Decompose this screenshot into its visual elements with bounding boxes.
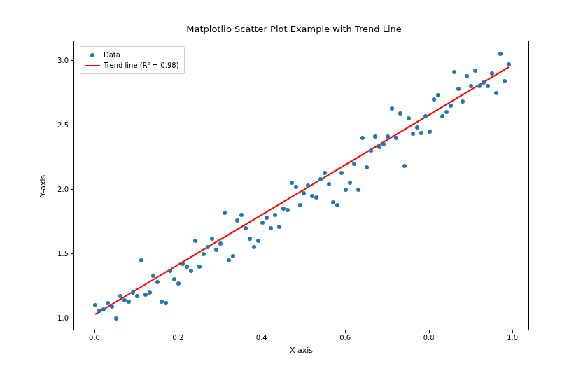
data-point — [118, 294, 122, 298]
data-point — [131, 290, 135, 295]
data-point — [494, 91, 498, 95]
legend-label-trend: Trend line (R² = 0.98) — [104, 62, 179, 69]
data-point — [202, 252, 206, 256]
data-point — [223, 211, 227, 215]
x-tick-mark — [429, 330, 430, 333]
x-tick-label: 0.4 — [256, 334, 267, 342]
data-point — [256, 239, 260, 243]
data-point — [106, 301, 110, 305]
x-tick-label: 0.2 — [172, 334, 183, 342]
y-tick-label: 2.5 — [41, 120, 69, 128]
data-point — [218, 241, 223, 246]
x-tick-label: 0.8 — [424, 334, 435, 342]
data-point — [210, 237, 214, 241]
data-point — [114, 316, 118, 321]
y-tick-label: 1.0 — [41, 314, 69, 321]
data-point — [189, 269, 193, 273]
data-point — [97, 309, 102, 313]
data-point — [122, 298, 127, 302]
data-point — [135, 294, 139, 298]
data-point — [377, 145, 382, 149]
data-point — [419, 131, 424, 135]
y-tick-label: 1.5 — [41, 249, 69, 257]
x-tick-mark — [512, 330, 513, 333]
y-tick-mark — [71, 189, 74, 190]
data-point — [432, 97, 436, 102]
data-point — [281, 206, 286, 211]
data-point — [428, 130, 432, 134]
data-point — [352, 162, 356, 166]
data-point — [168, 269, 172, 273]
data-point — [398, 111, 402, 115]
data-point — [394, 136, 398, 140]
trend-line — [74, 41, 530, 331]
data-point — [436, 93, 440, 97]
x-tick-mark — [262, 330, 262, 333]
data-point — [440, 114, 444, 118]
x-tick-label: 0.6 — [340, 334, 351, 342]
legend-label-data: Data — [104, 51, 120, 59]
chart-title: Matplotlib Scatter Plot Example with Tre… — [0, 24, 588, 34]
x-tick-mark — [345, 330, 346, 333]
y-tick-label: 3.0 — [41, 56, 69, 64]
data-point — [340, 171, 344, 175]
x-tick-label: 0.0 — [89, 334, 100, 342]
data-point — [290, 181, 294, 185]
data-point — [269, 226, 273, 230]
data-point — [449, 104, 453, 108]
legend-item-data: Data — [85, 50, 179, 60]
data-point — [139, 258, 144, 262]
plot-area — [74, 41, 528, 330]
x-tick-mark — [94, 330, 95, 333]
data-point — [102, 307, 106, 312]
data-point — [286, 208, 290, 212]
data-point — [298, 203, 302, 207]
y-tick-mark — [71, 125, 74, 125]
legend-marker-dot — [85, 53, 100, 57]
data-point — [444, 110, 449, 114]
data-point — [344, 188, 348, 192]
data-point — [294, 185, 298, 189]
data-point — [424, 114, 428, 118]
x-axis-label: X-axis — [74, 346, 529, 355]
x-tick-mark — [178, 330, 178, 333]
data-point — [244, 226, 248, 230]
data-point — [335, 203, 340, 207]
data-point — [127, 300, 131, 304]
data-point — [227, 258, 231, 262]
y-tick-label: 2.0 — [41, 185, 69, 192]
data-point — [110, 304, 114, 309]
data-point — [415, 125, 419, 130]
figure: Matplotlib Scatter Plot Example with Tre… — [0, 0, 588, 392]
legend-marker-line — [85, 65, 100, 66]
axes — [74, 41, 529, 330]
data-point — [248, 237, 252, 241]
data-point — [265, 216, 269, 220]
y-tick-mark — [71, 253, 74, 254]
x-tick-label: 1.0 — [507, 334, 518, 342]
data-point — [277, 225, 281, 229]
legend-item-trend: Trend line (R² = 0.98) — [85, 60, 179, 71]
y-tick-mark — [71, 60, 74, 61]
data-point — [390, 106, 394, 111]
data-point — [148, 290, 152, 295]
data-point — [356, 188, 360, 192]
data-point — [235, 218, 239, 223]
y-tick-mark — [71, 318, 74, 318]
data-point — [164, 301, 168, 305]
legend: Data Trend line (R² = 0.98) — [80, 46, 185, 74]
